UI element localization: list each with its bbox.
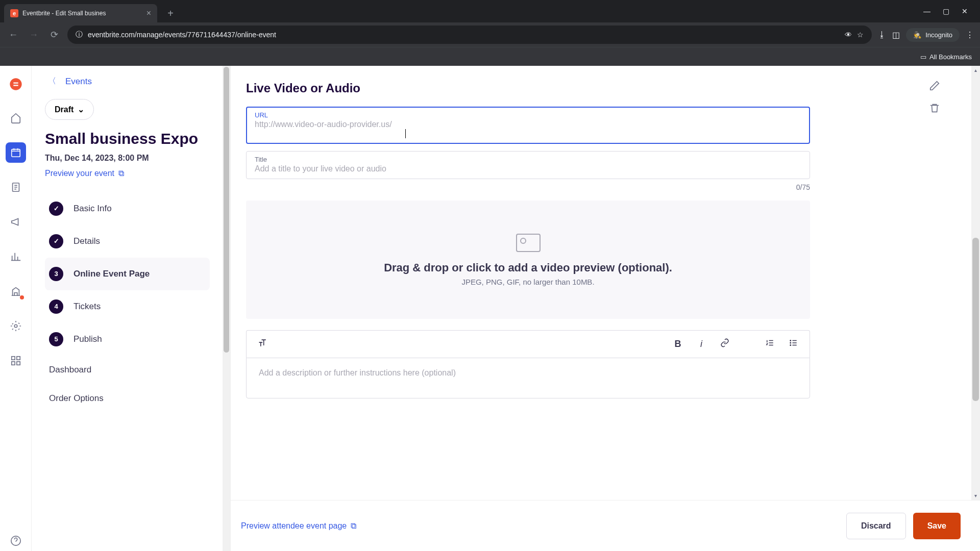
folder-icon: ▭: [920, 53, 926, 61]
link-icon[interactable]: [718, 338, 732, 350]
menu-icon[interactable]: ⋮: [966, 30, 974, 40]
chevron-down-icon: ⌄: [78, 105, 84, 114]
scroll-down-arrow[interactable]: ▾: [971, 491, 980, 500]
star-icon[interactable]: ☆: [857, 31, 864, 39]
delete-icon[interactable]: [929, 103, 940, 116]
url-bar[interactable]: ⓘ eventbrite.com/manage/events/776711644…: [67, 26, 872, 44]
url-text: eventbrite.com/manage/events/77671164443…: [88, 31, 840, 39]
sidebar-item-order-options[interactable]: Order Options: [45, 384, 210, 413]
dropzone-subtitle: JPEG, PNG, GIF, no larger than 10MB.: [461, 278, 594, 286]
preview-link-label: Preview attendee event page: [241, 521, 347, 531]
step-basic-info[interactable]: ✓ Basic Info: [45, 192, 210, 225]
title-input[interactable]: [255, 164, 801, 173]
megaphone-icon[interactable]: [6, 212, 26, 232]
orders-icon[interactable]: [6, 177, 26, 197]
scrollbar-thumb[interactable]: [972, 238, 979, 401]
scrollbar-thumb[interactable]: [224, 67, 229, 353]
video-preview-dropzone[interactable]: Drag & drop or click to add a video prev…: [246, 201, 810, 319]
forward-button[interactable]: →: [27, 30, 41, 40]
discard-button[interactable]: Discard: [846, 513, 906, 539]
eye-slash-icon[interactable]: 👁: [845, 31, 852, 39]
edit-icon[interactable]: [929, 80, 940, 93]
sidebar-scrollbar[interactable]: [223, 66, 230, 551]
svg-point-10: [790, 345, 791, 346]
svg-rect-5: [11, 362, 14, 365]
ordered-list-icon[interactable]: [763, 338, 777, 350]
svg-rect-3: [11, 357, 14, 360]
url-label: URL: [255, 111, 801, 119]
main-scrollbar[interactable]: ▴ ▾: [971, 66, 980, 500]
sidepanel-icon[interactable]: ◫: [892, 30, 900, 40]
tab-bar: e Eventbrite - Edit Small busines × + — …: [0, 0, 980, 22]
section-title: Live Video or Audio: [246, 81, 810, 95]
step-label: Details: [74, 236, 100, 246]
scroll-up-arrow[interactable]: ▴: [971, 66, 980, 74]
browser-tab[interactable]: e Eventbrite - Edit Small busines ×: [4, 4, 157, 22]
download-icon[interactable]: ⭳: [878, 30, 886, 39]
url-input[interactable]: [255, 120, 801, 129]
step-publish[interactable]: 5 Publish: [45, 323, 210, 356]
incognito-badge[interactable]: 🕵 Incognito: [906, 28, 960, 42]
main-scroll-area: Live Video or Audio URL Title 0/75 Drag …: [231, 66, 980, 500]
step-online-event-page[interactable]: 3 Online Event Page: [45, 258, 210, 290]
bullet-list-icon[interactable]: [786, 338, 800, 350]
step-details[interactable]: ✓ Details: [45, 225, 210, 258]
description-editor[interactable]: Add a description or further instruction…: [246, 358, 810, 398]
eventbrite-logo[interactable]: [7, 75, 25, 93]
preview-event-link[interactable]: Preview your event ⧉: [45, 169, 124, 178]
incognito-label: Incognito: [925, 31, 952, 39]
url-field-container[interactable]: URL: [246, 107, 810, 144]
step-label: Basic Info: [74, 204, 112, 214]
eventbrite-favicon: e: [10, 9, 18, 17]
italic-icon[interactable]: i: [694, 339, 708, 349]
icon-rail: [0, 66, 32, 551]
site-info-icon[interactable]: ⓘ: [76, 30, 83, 39]
svg-rect-6: [16, 362, 19, 365]
preview-attendee-link[interactable]: Preview attendee event page ⧉: [241, 521, 356, 531]
back-button[interactable]: ←: [6, 30, 20, 40]
chevron-left-icon: 〈: [48, 76, 56, 87]
minimize-button[interactable]: —: [923, 7, 930, 15]
external-link-icon: ⧉: [118, 169, 124, 178]
step-tickets[interactable]: 4 Tickets: [45, 290, 210, 323]
maximize-button[interactable]: ▢: [943, 7, 949, 15]
sidebar-item-dashboard[interactable]: Dashboard: [45, 356, 210, 384]
step-label: Online Event Page: [74, 269, 150, 279]
step-label: Tickets: [74, 302, 101, 312]
event-date: Thu, Dec 14, 2023, 8:00 PM: [45, 154, 210, 163]
dropzone-title: Drag & drop or click to add a video prev…: [384, 261, 672, 274]
settings-icon[interactable]: [6, 316, 26, 336]
text-size-icon[interactable]: [256, 338, 270, 350]
editor-placeholder: Add a description or further instruction…: [259, 368, 456, 377]
block-actions: [929, 80, 940, 116]
sidebar: 〈 Events Draft ⌄ Small business Expo Thu…: [32, 66, 223, 551]
close-tab-icon[interactable]: ×: [146, 9, 151, 18]
bookmarks-label: All Bookmarks: [929, 53, 972, 61]
reload-button[interactable]: ⟳: [47, 29, 61, 40]
reports-icon[interactable]: [6, 246, 26, 267]
status-dropdown[interactable]: Draft ⌄: [45, 99, 94, 120]
calendar-icon[interactable]: [6, 142, 26, 163]
bold-icon[interactable]: B: [671, 339, 685, 349]
browser-toolbar: ← → ⟳ ⓘ eventbrite.com/manage/events/776…: [0, 22, 980, 47]
home-icon[interactable]: [6, 108, 26, 128]
back-to-events-link[interactable]: 〈 Events: [45, 76, 210, 87]
finance-icon[interactable]: [6, 281, 26, 302]
step-label: Publish: [74, 334, 102, 344]
all-bookmarks-button[interactable]: ▭ All Bookmarks: [920, 53, 972, 61]
main-content: Live Video or Audio URL Title 0/75 Drag …: [231, 66, 980, 551]
save-button[interactable]: Save: [913, 513, 961, 539]
svg-rect-4: [16, 357, 19, 360]
step-number: 4: [49, 299, 63, 314]
step-list: ✓ Basic Info ✓ Details 3 Online Event Pa…: [45, 192, 210, 356]
svg-point-2: [14, 324, 17, 328]
close-window-button[interactable]: ✕: [962, 7, 968, 15]
title-field-container[interactable]: Title: [246, 151, 810, 179]
help-icon[interactable]: [6, 531, 26, 551]
apps-icon[interactable]: [6, 350, 26, 371]
app: 〈 Events Draft ⌄ Small business Expo Thu…: [0, 66, 980, 551]
event-title: Small business Expo: [45, 129, 210, 148]
notification-dot: [20, 295, 24, 299]
bookmarks-bar: ▭ All Bookmarks: [0, 47, 980, 66]
new-tab-button[interactable]: +: [163, 6, 178, 20]
